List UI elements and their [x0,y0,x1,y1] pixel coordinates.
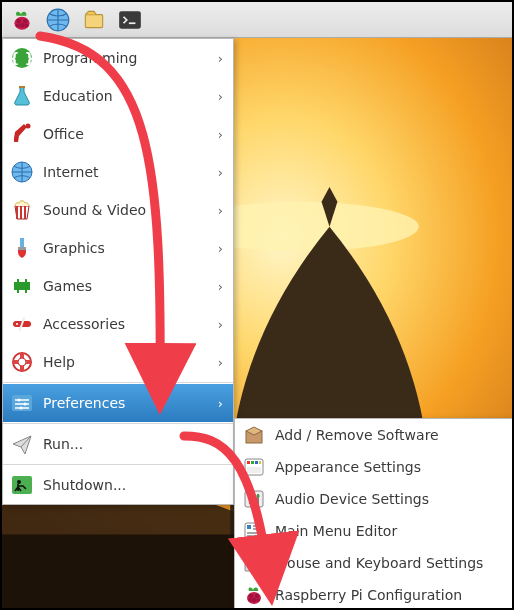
menu-item-label: Internet [43,164,210,180]
raspberry-icon [241,582,267,608]
start-button[interactable] [6,4,38,36]
menu-item-preferences[interactable]: Preferences › [3,384,233,422]
submenu-item-label: Appearance Settings [275,459,502,475]
menu-item-shutdown[interactable]: Shutdown... [3,466,233,504]
package-icon [241,422,267,448]
menu-item-games[interactable]: Games › [3,267,233,305]
taskbar-files[interactable] [78,4,110,36]
menu-editor-icon [241,518,267,544]
menu-item-sound-video[interactable]: Sound & Video › [3,191,233,229]
menu-item-label: Education [43,88,210,104]
main-menu: Programming › Education › Office › Inter… [2,38,234,505]
chevron-right-icon: › [218,317,223,332]
submenu-item-label: Main Menu Editor [275,523,502,539]
braces-icon [9,45,35,71]
menu-item-label: Office [43,126,210,142]
menu-separator [3,382,233,383]
palette-icon [241,454,267,480]
taskbar-browser[interactable] [42,4,74,36]
chevron-right-icon: › [218,241,223,256]
preferences-submenu: Add / Remove Software Appearance Setting… [234,418,513,610]
menu-item-label: Accessories [43,316,210,332]
submenu-item-label: Audio Device Settings [275,491,502,507]
submenu-item-label: Mouse and Keyboard Settings [275,555,502,571]
menu-item-label: Preferences [43,395,210,411]
chevron-right-icon: › [218,89,223,104]
paperplane-icon [9,431,35,457]
menu-item-run[interactable]: Run... [3,425,233,463]
chevron-right-icon: › [218,165,223,180]
menu-separator [3,423,233,424]
menu-item-education[interactable]: Education › [3,77,233,115]
sliders-icon [9,390,35,416]
lamp-icon [9,121,35,147]
submenu-audio-device-settings[interactable]: Audio Device Settings [235,483,512,515]
taskbar [2,2,512,38]
menu-item-label: Help [43,354,210,370]
knife-icon [9,311,35,337]
chevron-right-icon: › [218,203,223,218]
menu-item-label: Games [43,278,210,294]
chevron-right-icon: › [218,127,223,142]
chevron-right-icon: › [218,51,223,66]
menu-item-help[interactable]: Help › [3,343,233,381]
submenu-mouse-keyboard-settings[interactable]: Mouse and Keyboard Settings [235,547,512,579]
chevron-right-icon: › [218,355,223,370]
submenu-main-menu-editor[interactable]: Main Menu Editor [235,515,512,547]
menu-item-label: Shutdown... [43,477,223,493]
chevron-right-icon: › [218,396,223,411]
lifebuoy-icon [9,349,35,375]
menu-item-programming[interactable]: Programming › [3,39,233,77]
flask-icon [9,83,35,109]
submenu-appearance-settings[interactable]: Appearance Settings [235,451,512,483]
exit-icon [9,472,35,498]
menu-item-graphics[interactable]: Graphics › [3,229,233,267]
invader-icon [9,273,35,299]
brush-icon [9,235,35,261]
menu-item-office[interactable]: Office › [3,115,233,153]
globe-icon [9,159,35,185]
audio-sliders-icon [241,486,267,512]
mouse-keyboard-icon [241,550,267,576]
submenu-add-remove-software[interactable]: Add / Remove Software [235,419,512,451]
submenu-raspberry-pi-config[interactable]: Raspberry Pi Configuration [235,579,512,610]
menu-item-internet[interactable]: Internet › [3,153,233,191]
menu-item-label: Graphics [43,240,210,256]
submenu-item-label: Raspberry Pi Configuration [275,587,502,603]
popcorn-icon [9,197,35,223]
chevron-right-icon: › [218,279,223,294]
menu-item-accessories[interactable]: Accessories › [3,305,233,343]
taskbar-terminal[interactable] [114,4,146,36]
menu-item-label: Sound & Video [43,202,210,218]
menu-item-label: Programming [43,50,210,66]
menu-item-label: Run... [43,436,223,452]
menu-separator [3,464,233,465]
submenu-item-label: Add / Remove Software [275,427,502,443]
